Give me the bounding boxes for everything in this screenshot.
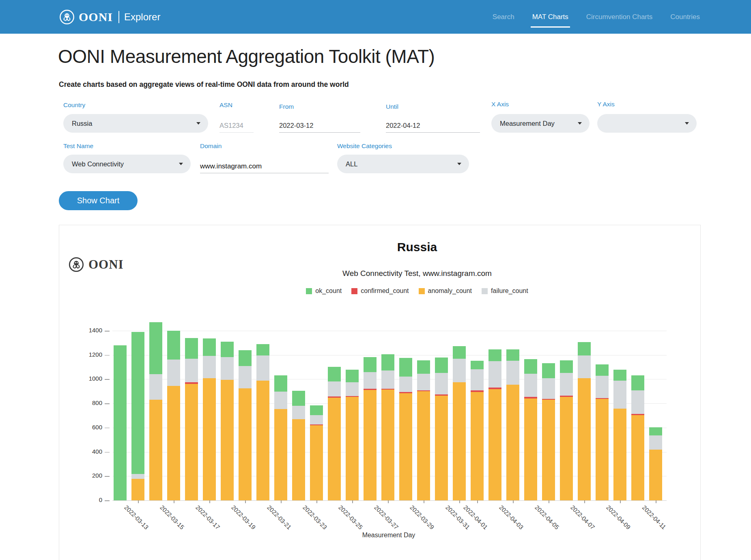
bar-segment-anomaly_count: [221, 380, 234, 500]
bar-2022-03-24[interactable]: [328, 367, 341, 500]
legend-item-confirmed_count[interactable]: confirmed_count: [351, 287, 409, 295]
show-chart-button[interactable]: Show Chart: [59, 191, 138, 210]
bar-segment-anomaly_count: [435, 396, 448, 500]
test-name-select-value: Web Connectivity: [72, 160, 124, 168]
bar-2022-04-09[interactable]: [613, 370, 626, 500]
bar-segment-failure_count: [471, 369, 484, 390]
bar-2022-03-18[interactable]: [221, 342, 234, 500]
website-categories-select[interactable]: ALL: [337, 155, 469, 173]
y-tick-1000: [105, 379, 110, 380]
bar-segment-failure_count: [131, 474, 144, 479]
bar-2022-04-11[interactable]: [649, 427, 662, 500]
bar-2022-04-03[interactable]: [506, 349, 519, 500]
domain-input[interactable]: [200, 159, 329, 173]
x-tick: [584, 500, 585, 503]
test-name-select[interactable]: Web Connectivity: [63, 155, 191, 173]
bar-2022-03-30[interactable]: [435, 358, 448, 500]
bar-2022-03-22[interactable]: [292, 391, 305, 500]
legend-label: confirmed_count: [361, 287, 409, 295]
nav-item-mat-charts[interactable]: MAT Charts: [532, 10, 569, 24]
bar-2022-03-26[interactable]: [364, 357, 377, 500]
bar-segment-anomaly_count: [381, 390, 394, 500]
legend-item-ok_count[interactable]: ok_count: [306, 287, 342, 295]
bar-2022-03-25[interactable]: [346, 370, 359, 500]
bar-segment-anomaly_count: [542, 400, 555, 500]
asn-input[interactable]: [219, 119, 254, 133]
bar-segment-ok_count: [399, 358, 412, 377]
bar-segment-anomaly_count: [239, 388, 252, 500]
bar-segment-ok_count: [114, 345, 127, 500]
bar-2022-03-21[interactable]: [274, 375, 287, 500]
brand-explorer: Explorer: [124, 11, 160, 23]
legend-item-anomaly_count[interactable]: anomaly_count: [419, 287, 472, 295]
bar-segment-failure_count: [310, 415, 323, 424]
nav-item-search[interactable]: Search: [492, 10, 515, 24]
bar-segment-failure_count: [453, 359, 466, 382]
x-tick: [477, 500, 478, 503]
domain-label: Domain: [200, 142, 222, 150]
bar-2022-03-15[interactable]: [167, 331, 180, 500]
bar-2022-04-02[interactable]: [488, 349, 501, 500]
bar-segment-anomaly_count: [185, 384, 198, 500]
bar-segment-ok_count: [613, 370, 626, 381]
bar-segment-ok_count: [435, 358, 448, 373]
nav-item-circumvention-charts[interactable]: Circumvention Charts: [585, 10, 653, 24]
bar-segment-ok_count: [292, 391, 305, 406]
x-axis-title: Measurement Day: [328, 532, 450, 539]
bar-2022-03-14[interactable]: [149, 322, 162, 500]
bar-2022-04-04[interactable]: [524, 359, 537, 500]
bar-2022-04-01[interactable]: [471, 361, 484, 500]
bar-segment-anomaly_count: [310, 425, 323, 500]
from-date-input[interactable]: [279, 119, 360, 133]
chevron-down-icon: [457, 163, 461, 165]
test-name-label: Test Name: [63, 142, 93, 150]
bar-segment-anomaly_count: [631, 415, 644, 500]
chart-watermark: OONI: [68, 256, 124, 273]
bar-segment-ok_count: [417, 360, 430, 374]
bar-2022-03-29[interactable]: [417, 360, 430, 500]
bar-segment-anomaly_count: [596, 399, 609, 500]
until-date-input[interactable]: [386, 119, 480, 133]
bar-segment-failure_count: [203, 356, 216, 378]
bar-2022-04-10[interactable]: [631, 375, 644, 500]
bar-segment-ok_count: [328, 367, 341, 381]
bar-2022-03-20[interactable]: [256, 344, 269, 500]
bar-segment-failure_count: [346, 382, 359, 396]
legend-item-failure_count[interactable]: failure_count: [482, 287, 528, 295]
bar-segment-ok_count: [364, 357, 377, 372]
bar-segment-anomaly_count: [488, 389, 501, 500]
bar-2022-04-06[interactable]: [560, 360, 573, 500]
bar-2022-03-31[interactable]: [453, 346, 466, 500]
bar-2022-03-27[interactable]: [381, 354, 394, 500]
bar-segment-anomaly_count: [167, 386, 180, 500]
bar-2022-03-17[interactable]: [203, 338, 216, 500]
bar-segment-anomaly_count: [506, 385, 519, 500]
bar-2022-04-05[interactable]: [542, 363, 555, 500]
y-axis-select[interactable]: [597, 114, 697, 133]
nav-item-countries[interactable]: Countries: [669, 10, 701, 24]
y-tick-label: 200: [69, 472, 102, 479]
country-select[interactable]: Russia: [63, 114, 208, 133]
bar-2022-03-12[interactable]: [114, 345, 127, 500]
x-tick: [138, 500, 139, 503]
bar-segment-ok_count: [274, 375, 287, 392]
bar-2022-03-16[interactable]: [185, 338, 198, 500]
bar-segment-failure_count: [399, 377, 412, 392]
bar-2022-04-07[interactable]: [578, 342, 591, 500]
y-tick-400: [105, 452, 110, 453]
y-tick-1400: [105, 331, 110, 332]
bar-segment-anomaly_count: [203, 378, 216, 500]
country-select-value: Russia: [72, 120, 92, 127]
bar-segment-ok_count: [542, 363, 555, 378]
bar-2022-04-08[interactable]: [596, 364, 609, 500]
bar-2022-03-28[interactable]: [399, 358, 412, 500]
x-tick: [316, 500, 317, 503]
bar-2022-03-19[interactable]: [239, 350, 252, 500]
ooni-explorer-logo[interactable]: OONI Explorer: [59, 8, 160, 26]
bar-2022-03-23[interactable]: [310, 405, 323, 500]
bar-segment-failure_count: [292, 406, 305, 419]
x-axis-select[interactable]: Measurement Day: [491, 114, 590, 133]
y-tick-label: 1400: [69, 327, 102, 334]
bar-2022-03-13[interactable]: [131, 332, 144, 500]
y-tick-0: [105, 500, 110, 501]
